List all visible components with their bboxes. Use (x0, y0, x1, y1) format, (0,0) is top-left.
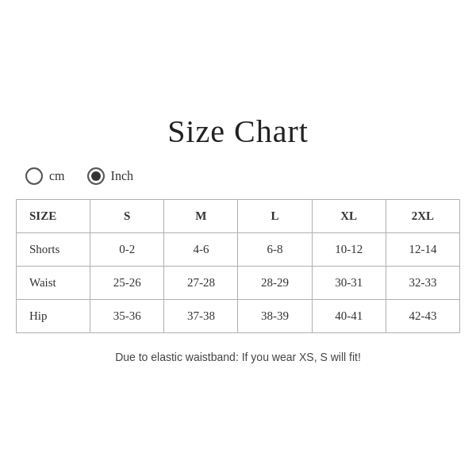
page-title: Size Chart (167, 113, 309, 150)
cell-value: 6-8 (238, 233, 312, 267)
cm-label: cm (49, 169, 65, 183)
cell-value: 38-39 (238, 300, 312, 333)
inch-option[interactable]: Inch (87, 167, 133, 185)
cell-value: 10-12 (312, 233, 386, 267)
cell-value: 4-6 (164, 233, 238, 267)
cell-value: 32-33 (386, 267, 459, 300)
col-m-header: M (164, 200, 238, 233)
cell-value: 25-26 (90, 267, 164, 300)
footer-note: Due to elastic waistband: If you wear XS… (115, 351, 361, 363)
col-s-header: S (90, 200, 164, 233)
cell-value: 0-2 (90, 233, 164, 267)
col-xl-header: XL (312, 200, 386, 233)
cell-value: 28-29 (238, 267, 312, 300)
table-row: Waist25-2627-2828-2930-3132-33 (17, 267, 460, 300)
col-size-header: SIZE (17, 200, 90, 233)
cell-value: 37-38 (164, 300, 238, 333)
size-chart-container: Size Chart cm Inch SIZESMLXL2XLShorts0-2… (16, 113, 460, 363)
cell-value: 30-31 (312, 267, 386, 300)
cell-value: 42-43 (386, 300, 459, 333)
cell-value: 35-36 (90, 300, 164, 333)
cm-option[interactable]: cm (25, 167, 65, 185)
cell-value: 12-14 (386, 233, 459, 267)
inch-radio-fill (91, 171, 101, 181)
inch-radio[interactable] (87, 167, 105, 185)
row-label: Shorts (17, 233, 90, 267)
cm-radio[interactable] (25, 167, 43, 185)
inch-label: Inch (111, 169, 133, 183)
col-l-header: L (238, 200, 312, 233)
col-2xl-header: 2XL (386, 200, 459, 233)
table-row: Shorts0-24-66-810-1212-14 (17, 233, 460, 267)
size-table: SIZESMLXL2XLShorts0-24-66-810-1212-14Wai… (16, 199, 460, 333)
cell-value: 27-28 (164, 267, 238, 300)
unit-selector: cm Inch (25, 167, 133, 185)
row-label: Waist (17, 267, 90, 300)
row-label: Hip (17, 300, 90, 333)
cell-value: 40-41 (312, 300, 386, 333)
table-row: Hip35-3637-3838-3940-4142-43 (17, 300, 460, 333)
